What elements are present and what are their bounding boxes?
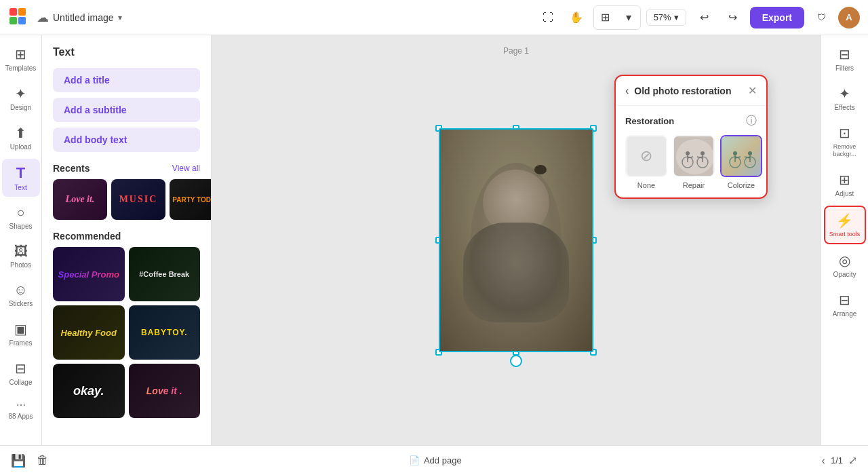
- view-all-link[interactable]: View all: [172, 164, 200, 173]
- recents-scroll: Love it. MUSIC PARTY TODAY. ›: [42, 179, 211, 225]
- topbar-right: ↩ ↪ Export 🛡 A: [693, 6, 860, 29]
- svg-rect-0: [9, 8, 17, 16]
- topbar: ☁ Untitled image ▾ ⛶ ✋ ⊞ ▾ 57% ▾ ↩ ↪ Exp…: [0, 0, 868, 35]
- rec-item-healthy-food[interactable]: Healthy Food: [53, 305, 125, 360]
- add-body-button[interactable]: Add body text: [53, 128, 200, 152]
- sidebar-item-label: Frames: [9, 339, 33, 347]
- sidebar-item-label: Collage: [9, 379, 33, 386]
- page-label: Page 1: [503, 46, 529, 56]
- repair-thumb-visual: [674, 136, 713, 176]
- recents-header: Recents View all: [42, 155, 211, 179]
- canvas-wrapper: [439, 128, 593, 352]
- rp-item-effects[interactable]: ✦ Effects: [824, 80, 866, 117]
- rec-item-babytoy[interactable]: BABYTOY.: [129, 305, 201, 360]
- pointer-tool[interactable]: ⛶: [536, 6, 559, 29]
- sidebar-item-stickers[interactable]: ☺ Stickers: [2, 277, 40, 313]
- rec-item-okay[interactable]: okay.: [53, 364, 125, 418]
- hand-tool[interactable]: ✋: [565, 6, 588, 29]
- title-dropdown-icon[interactable]: ▾: [118, 13, 122, 22]
- shapes-icon: ○: [16, 205, 24, 221]
- sidebar-item-label: Stickers: [9, 300, 33, 307]
- add-page-button[interactable]: 📄 Add page: [60, 455, 811, 466]
- recent-item-party[interactable]: PARTY TODAY.: [170, 179, 211, 220]
- sidebar-item-upload[interactable]: ⬆ Upload: [2, 119, 40, 156]
- popup-close-button[interactable]: ✕: [748, 84, 757, 97]
- right-panel: ⊟ Filters ✦ Effects ⊡ Remove backgr... ⊞…: [821, 35, 868, 445]
- rp-item-smart-tools[interactable]: ⚡ Smart tools: [824, 206, 866, 245]
- shield-button[interactable]: 🛡: [810, 6, 833, 29]
- opacity-icon: ◎: [839, 252, 850, 269]
- zoom-control[interactable]: 57% ▾: [646, 9, 686, 26]
- rec-item-coffee-break[interactable]: #Coffee Break: [129, 247, 201, 301]
- restoration-option-none[interactable]: ⊘ None: [625, 135, 667, 189]
- sidebar-item-label: 88 Apps: [8, 413, 33, 420]
- layout-tool[interactable]: ⊞: [594, 6, 617, 29]
- svg-point-9: [701, 151, 705, 155]
- rp-item-label: Opacity: [833, 271, 856, 278]
- sidebar-item-templates[interactable]: ⊞ Templates: [2, 41, 40, 77]
- sidebar-item-text[interactable]: T Text: [2, 159, 40, 197]
- rp-item-label: Filters: [835, 64, 854, 72]
- logo[interactable]: [8, 7, 30, 28]
- canvas-image[interactable]: [439, 128, 593, 352]
- page-prev[interactable]: ‹: [822, 455, 825, 467]
- page-fullscreen[interactable]: ⤢: [848, 454, 857, 467]
- document-title[interactable]: Untitled image: [53, 12, 114, 23]
- sidebar-item-design[interactable]: ✦ Design: [2, 80, 40, 117]
- restoration-options: ⊘ None: [625, 135, 757, 189]
- sidebar-item-photos[interactable]: 🖼 Photos: [2, 238, 40, 274]
- save-to-device[interactable]: 💾: [11, 453, 26, 468]
- rp-item-remove-bg[interactable]: ⊡ Remove backgr...: [824, 119, 866, 164]
- apps-icon: ⋯: [16, 400, 26, 411]
- recent-item-love-it[interactable]: Love it.: [53, 179, 107, 220]
- popup-back-button[interactable]: ‹: [625, 85, 629, 97]
- svg-point-5: [676, 139, 713, 174]
- zoom-chevron: ▾: [674, 12, 679, 22]
- photos-icon: 🖼: [14, 244, 28, 259]
- rp-item-filters[interactable]: ⊟ Filters: [824, 41, 866, 77]
- arrange-icon: ⊟: [839, 292, 850, 308]
- adjust-icon: ⊞: [839, 172, 850, 188]
- restoration-info-icon[interactable]: ⓘ: [746, 114, 757, 128]
- popup-body: Restoration ⓘ ⊘ None: [616, 106, 766, 197]
- sidebar-item-collage[interactable]: ⊟ Collage: [2, 355, 40, 392]
- sidebar-item-label: Photos: [10, 261, 31, 269]
- rp-item-label: Arrange: [833, 310, 857, 318]
- sidebar-item-frames[interactable]: ▣ Frames: [2, 316, 40, 352]
- recommended-grid: Special Promo #Coffee Break Healthy Food…: [42, 247, 211, 429]
- layout-dropdown[interactable]: ▾: [617, 6, 640, 29]
- rec-item-special-promo[interactable]: Special Promo: [53, 247, 125, 301]
- svg-rect-2: [9, 17, 17, 24]
- canvas-area: Page 1 ⊞ ⊡ ⊕ •••: [212, 35, 821, 445]
- page-nav: ‹ 1/1 ⤢: [822, 454, 857, 467]
- toolbar-center: ⛶ ✋ ⊞ ▾ 57% ▾: [536, 5, 686, 30]
- rp-item-label: Smart tools: [829, 231, 861, 238]
- restoration-option-colorize[interactable]: Colorize: [720, 135, 762, 189]
- recent-item-music[interactable]: MUSIC: [111, 179, 165, 220]
- add-page-icon: 📄: [409, 455, 420, 466]
- panel-title: Text: [42, 35, 211, 65]
- rp-item-arrange[interactable]: ⊟ Arrange: [824, 286, 866, 323]
- sidebar-item-apps[interactable]: ⋯ 88 Apps: [2, 394, 40, 425]
- add-subtitle-button[interactable]: Add a subtitle: [53, 98, 200, 122]
- rp-item-opacity[interactable]: ◎ Opacity: [824, 247, 866, 284]
- bottom-bar: 💾 🗑 📄 Add page ‹ 1/1 ⤢: [0, 445, 868, 475]
- sidebar-item-label: Design: [10, 104, 31, 111]
- redo-button[interactable]: ↪: [722, 6, 745, 29]
- rotate-handle[interactable]: [510, 355, 522, 367]
- upload-icon: ⬆: [15, 125, 26, 141]
- svg-point-18: [748, 151, 752, 155]
- rec-item-love-it-2[interactable]: Love it .: [129, 364, 201, 418]
- smart-tools-icon: ⚡: [836, 212, 853, 229]
- delete-page[interactable]: 🗑: [37, 453, 49, 468]
- avatar[interactable]: A: [838, 7, 860, 28]
- sidebar-item-shapes[interactable]: ○ Shapes: [2, 200, 40, 235]
- remove-bg-icon: ⊡: [839, 125, 850, 141]
- add-title-button[interactable]: Add a title: [53, 68, 200, 92]
- rp-item-adjust[interactable]: ⊞ Adjust: [824, 166, 866, 203]
- none-label: None: [637, 181, 655, 189]
- restoration-option-repair[interactable]: Repair: [673, 135, 715, 189]
- undo-button[interactable]: ↩: [693, 6, 716, 29]
- export-button[interactable]: Export: [750, 7, 804, 28]
- svg-rect-1: [18, 8, 26, 16]
